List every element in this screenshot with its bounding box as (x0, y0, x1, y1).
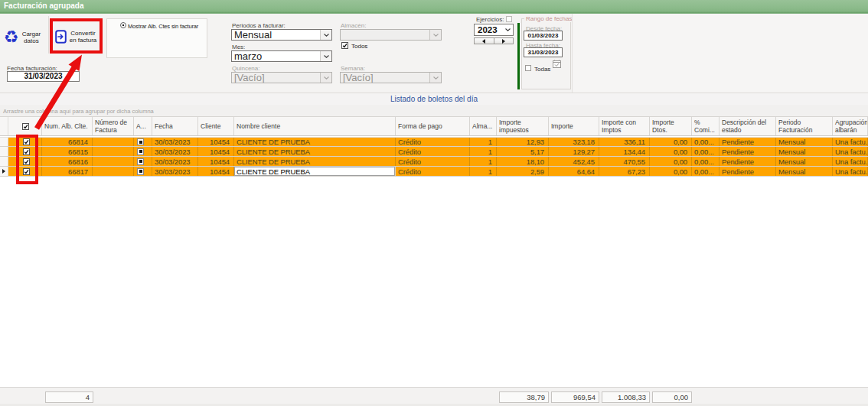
to-date-input[interactable]: 31/03/2023 (524, 47, 563, 57)
cell-cliente: 10454 (198, 167, 234, 176)
invoice-date-input[interactable]: 31/03/2023 (7, 71, 80, 82)
column-header-importe[interactable]: Importe (549, 117, 599, 135)
group-by-bar[interactable]: Arrastre una columna aquí para agrupar p… (0, 105, 868, 116)
column-header-nombre[interactable]: Nombre cliente (234, 117, 396, 135)
cell-importe: 129,27 (549, 147, 599, 156)
periods-combobox[interactable]: Mensual (231, 29, 332, 41)
footer-sum-amount: 969,54 (551, 391, 599, 403)
cell-periodo: Mensual (776, 167, 833, 176)
periods-label: Periodos a facturar: (232, 22, 286, 29)
from-date-input[interactable]: 01/03/2023 (524, 31, 563, 41)
arrow-right-icon (502, 39, 505, 44)
cell-comi: 0,00... (692, 138, 720, 146)
row-detail-button[interactable] (137, 138, 144, 145)
cell-periodo: Mensual (776, 138, 833, 146)
cell-imp_con: 470,55 (599, 157, 650, 166)
column-header-a[interactable]: A... (134, 117, 152, 135)
exercises-checkbox[interactable] (506, 16, 512, 22)
cell-imp_con: 134,44 (599, 147, 650, 156)
all-dates-checkbox[interactable] (525, 65, 531, 71)
cell-nombre-editing[interactable]: CLIENTE DE PRUEBA (234, 167, 396, 176)
toolbar-separator (48, 16, 49, 54)
cell-importe: 452,45 (549, 157, 599, 166)
annotation-rect-checkboxes (16, 135, 38, 184)
column-header-num_factura[interactable]: Número de Factura (93, 117, 134, 135)
show-pending-groupbox: Mostrar Alb. Ctes sin facturar (106, 18, 207, 58)
cell-agrupacion: Una factu... (833, 157, 868, 166)
grid-row-4[interactable]: 6681730/03/202310454CLIENTE DE PRUEBACré… (0, 167, 868, 177)
column-header-periodo[interactable]: Periodo Facturación (776, 117, 833, 135)
cell-fecha: 30/03/2023 (152, 138, 198, 146)
exercise-year-combobox[interactable]: 2023 (474, 24, 514, 36)
column-header-num_alb[interactable]: Num. Alb. Clte. (42, 117, 93, 135)
toolbar-panel: ♻ Cargardatos Convertiren factura Mostra… (0, 14, 868, 93)
column-header-indicator (0, 117, 8, 135)
cell-comi: 0,00... (692, 167, 720, 176)
grid-row-2[interactable]: 6681530/03/202310454CLIENTE DE PRUEBACré… (0, 147, 868, 157)
cell-num_factura (93, 167, 134, 176)
footer-sum-with-tax: 1.008,33 (602, 391, 650, 403)
column-header-forma_pago[interactable]: Forma de pago (396, 117, 470, 135)
row-detail-button-cell[interactable] (134, 167, 152, 176)
row-detail-button-cell[interactable] (134, 157, 152, 166)
cell-alma: 1 (470, 167, 497, 176)
exercise-year-nav (474, 37, 514, 44)
cell-nombre: CLIENTE DE PRUEBA (234, 147, 396, 156)
cell-forma_pago: Crédito (396, 157, 470, 166)
row-detail-button[interactable] (137, 168, 144, 175)
cell-estado: Pendiente (720, 138, 776, 146)
row-detail-button[interactable] (137, 158, 144, 165)
cell-imp_dtos: 0,00 (650, 167, 692, 176)
exercises-label: Ejercicios: (476, 16, 504, 23)
month-label: Mes: (232, 44, 245, 50)
group-by-hint: Arrastre una columna aquí para agrupar p… (3, 108, 154, 115)
next-year-button[interactable] (494, 37, 514, 44)
column-header-estado[interactable]: Descripción del estado (720, 117, 776, 135)
cell-estado: Pendiente (720, 157, 776, 166)
column-header-imp_dtos[interactable]: Importe Dtos. (650, 117, 692, 135)
cell-fecha: 30/03/2023 (152, 147, 198, 156)
current-row-arrow-icon (2, 169, 5, 174)
cell-imp_dtos: 0,00 (650, 138, 692, 146)
select-all-checkbox[interactable] (22, 123, 29, 130)
grid-row-3[interactable]: 6681630/03/202310454CLIENTE DE PRUEBACré… (0, 157, 868, 167)
footer-sum-tax: 38,79 (499, 391, 549, 403)
load-data-button[interactable]: ♻ Cargardatos (1, 28, 44, 47)
column-header-comi[interactable]: % Comi... (692, 117, 720, 135)
column-header-alma[interactable]: Alma... (470, 117, 497, 135)
month-combobox[interactable]: marzo (231, 50, 332, 62)
column-header-imp_impuestos[interactable]: Importe impuestos (497, 117, 549, 135)
row-detail-button-cell[interactable] (134, 147, 152, 156)
calendar-icon[interactable] (553, 60, 561, 68)
column-header-agrupacion[interactable]: Agrupación albarán (833, 117, 868, 135)
column-header-cliente[interactable]: Cliente (198, 117, 234, 135)
cell-imp_impuestos: 2,59 (497, 167, 549, 176)
cell-imp_dtos: 0,00 (650, 147, 692, 156)
cell-num_factura (93, 147, 134, 156)
column-header-imp_con[interactable]: Importe con Imptos (599, 117, 650, 135)
cell-comi: 0,00... (692, 157, 720, 166)
window-titlebar[interactable]: Facturación agrupada (0, 0, 868, 14)
recycle-icon: ♻ (4, 30, 19, 45)
fortnight-combobox: [Vacío] (231, 72, 332, 83)
cell-forma_pago: Crédito (396, 167, 470, 176)
cell-forma_pago: Crédito (396, 147, 470, 156)
cell-imp_con: 336,11 (599, 138, 650, 146)
chevron-down-icon (429, 73, 441, 83)
cell-num_alb: 66816 (42, 157, 93, 166)
header-select-all-cell[interactable] (8, 117, 42, 135)
grid-rows: 6681430/03/202310454CLIENTE DE PRUEBACré… (0, 137, 868, 177)
grid-row-1[interactable]: 6681430/03/202310454CLIENTE DE PRUEBACré… (0, 137, 868, 147)
column-header-fecha[interactable]: Fecha (152, 117, 198, 135)
row-detail-button-cell[interactable] (134, 138, 152, 146)
row-indicator-cell (0, 147, 8, 156)
all-warehouses-checkbox[interactable] (341, 42, 348, 49)
show-pending-radio[interactable] (120, 22, 126, 28)
previous-year-button[interactable] (474, 37, 494, 44)
row-detail-button[interactable] (137, 148, 144, 155)
cell-imp_impuestos: 12,93 (497, 138, 549, 146)
cell-alma: 1 (470, 157, 497, 166)
row-indicator-cell (0, 138, 8, 146)
cell-num_alb: 66815 (42, 147, 93, 156)
chevron-down-icon (503, 28, 513, 31)
